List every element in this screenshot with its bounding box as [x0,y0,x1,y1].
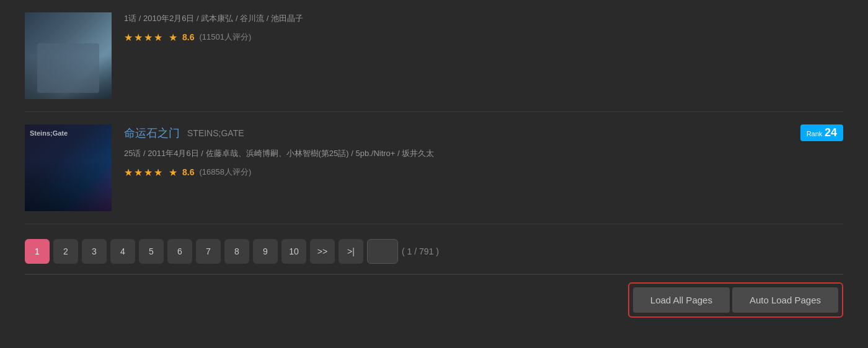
page-btn-4[interactable]: 4 [110,239,135,264]
rating-score-1: 8.6 [182,32,194,42]
anime-info-2: 命运石之门 STEINS;GATE Rank 24 25话 / 2011年4月6… [124,124,843,178]
anime-thumbnail-1 [25,12,112,99]
auto-load-pages-button[interactable]: Auto Load Pages [732,287,838,313]
page-number-input[interactable] [367,239,398,264]
pagination: 1 2 3 4 5 6 7 8 9 10 >> >| ( 1 / 791 ) [25,224,843,274]
rank-num-2: 24 [825,126,837,139]
page-btn-8[interactable]: 8 [224,239,249,264]
anime-thumbnail-2 [25,124,112,211]
anime-meta-2: 25话 / 2011年4月6日 / 佐藤卓哉、浜崎博嗣、小林智樹(第25話) /… [124,147,843,160]
load-all-pages-button[interactable]: Load All Pages [633,287,730,313]
rating-score-2: 8.6 [182,167,194,177]
rating-count-2: (16858人评分) [199,167,251,178]
rating-row-2: ★★★★★ 8.6 (16858人评分) [124,167,843,178]
page-btn-10[interactable]: 10 [281,239,306,264]
star-half-1: ★ [169,32,177,43]
page-info: ( 1 / 791 ) [402,246,439,256]
action-buttons-wrapper: Load All Pages Auto Load Pages [628,282,843,318]
anime-meta-1: 1话 / 2010年2月6日 / 武本康弘 / 谷川流 / 池田晶子 [124,12,843,25]
anime-entry-2: 命运石之门 STEINS;GATE Rank 24 25话 / 2011年4月6… [25,112,843,224]
action-buttons-container: Load All Pages Auto Load Pages [25,274,843,325]
rank-badge-2: Rank 24 [800,124,843,141]
rating-count-1: (11501人评分) [199,32,251,43]
rating-row-1: ★★★★★ 8.6 (11501人评分) [124,32,843,43]
page-btn-1[interactable]: 1 [25,239,50,264]
stars-1: ★★★★ [124,32,164,43]
star-half-2: ★ [169,167,177,178]
anime-title-2: 命运石之门 STEINS;GATE Rank 24 [124,124,843,141]
title-en-2: STEINS;GATE [187,128,244,138]
page-btn-6[interactable]: 6 [167,239,192,264]
page-btn-7[interactable]: 7 [196,239,221,264]
main-container: 1话 / 2010年2月6日 / 武本康弘 / 谷川流 / 池田晶子 ★★★★★… [0,0,868,325]
page-btn-9[interactable]: 9 [253,239,278,264]
anime-info-1: 1话 / 2010年2月6日 / 武本康弘 / 谷川流 / 池田晶子 ★★★★★… [124,12,843,43]
page-btn-5[interactable]: 5 [139,239,164,264]
title-cn-2[interactable]: 命运石之门 [124,126,180,141]
rank-label-2: Rank [807,130,823,137]
page-btn-last[interactable]: >| [339,239,363,264]
page-btn-2[interactable]: 2 [53,239,78,264]
anime-entry-1: 1话 / 2010年2月6日 / 武本康弘 / 谷川流 / 池田晶子 ★★★★★… [25,0,843,112]
stars-2: ★★★★ [124,167,164,178]
page-btn-3[interactable]: 3 [82,239,107,264]
page-btn-next[interactable]: >> [310,239,335,264]
